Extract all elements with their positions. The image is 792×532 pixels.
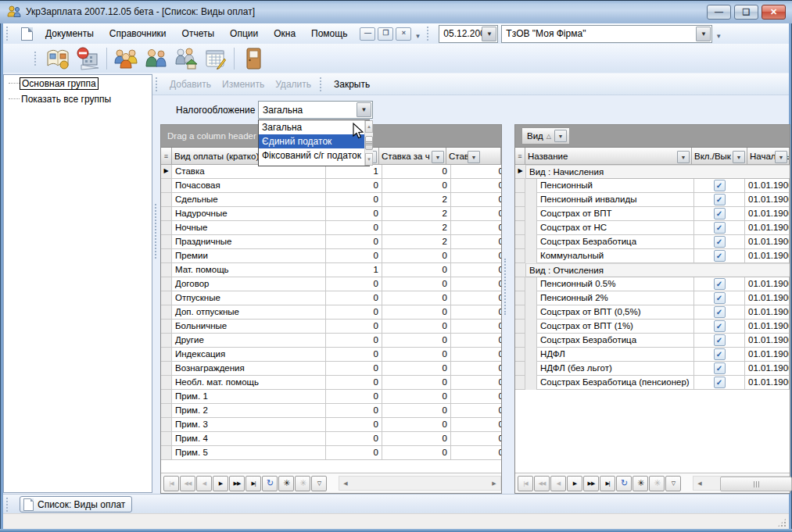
close-button[interactable]: ✕ (762, 5, 786, 20)
table-row[interactable]: Другие000 (161, 334, 501, 348)
table-row[interactable]: Отпускные000 (161, 291, 501, 305)
table-row[interactable]: Договор000 (161, 277, 501, 291)
table-row[interactable]: Необл. мат. помощь000 (161, 376, 501, 390)
scroll-left-icon[interactable]: ◀ (339, 477, 352, 490)
taskbar-window-button[interactable]: Список: Виды оплат (20, 496, 132, 512)
column-header-startdate[interactable]: Начальнь ▼ (747, 148, 790, 165)
date-dropdown-icon[interactable]: ▼ (482, 27, 496, 41)
mid-splitter[interactable] (504, 259, 511, 315)
table-row[interactable]: Доп. отпускные000 (161, 305, 501, 320)
tree-item[interactable]: Показать все группы (4, 92, 152, 106)
checkbox-checked-icon[interactable]: ✓ (714, 377, 726, 388)
menubar-drag-handle[interactable] (6, 27, 12, 41)
column-header-enabled[interactable]: Вкл./Вык ▼ (692, 148, 747, 165)
customize-grid-icon[interactable]: ≡ (515, 148, 525, 165)
table-row[interactable]: Прим. 4000 (161, 432, 501, 446)
toolbar-overflow-icon[interactable]: ▼ (414, 33, 421, 40)
checkbox-checked-icon[interactable]: ✓ (714, 236, 726, 248)
prior-page-button[interactable]: ◀◀ (180, 476, 195, 491)
table-row[interactable]: ▶Ставка100 (161, 165, 501, 179)
company-selector[interactable]: ТзОВ "Моя Фірма" ▼ (501, 25, 712, 43)
menu-item-Опции[interactable]: Опции (222, 23, 266, 44)
filter-dropdown-icon[interactable]: ▼ (733, 151, 745, 163)
append-record-button[interactable]: ✳ (295, 476, 310, 491)
filter-button[interactable]: ▽ (311, 476, 327, 491)
exit-door-icon[interactable] (238, 46, 268, 71)
prior-record-button[interactable]: ◀ (550, 476, 566, 491)
menu-item-Справочники[interactable]: Справочники (102, 23, 174, 44)
table-row[interactable]: Соцстрах Безработица✓01.01.1900 (515, 334, 790, 348)
checkbox-checked-icon[interactable]: ✓ (714, 334, 726, 346)
table-row[interactable]: Праздничные020 (161, 235, 501, 249)
menu-item-Окна[interactable]: Окна (266, 23, 303, 44)
company-dropdown-icon[interactable]: ▼ (696, 27, 711, 41)
insert-record-button[interactable]: ✳ (633, 476, 648, 491)
scroll-down-icon[interactable]: ▼ (365, 153, 373, 166)
scrollbar-track[interactable] (352, 477, 488, 490)
table-row[interactable]: Соцстрах от ВПТ (0,5%)✓01.01.1900 (515, 305, 790, 320)
checkbox-checked-icon[interactable]: ✓ (714, 362, 726, 374)
table-row[interactable]: Пенсионный 2%✓01.01.1900 (515, 291, 790, 305)
checkbox-checked-icon[interactable]: ✓ (714, 292, 726, 304)
checkbox-checked-icon[interactable]: ✓ (714, 194, 726, 205)
title-bar[interactable]: УкрЗарплата 2007.12.05 бета - [Список: В… (0, 0, 792, 23)
menu-item-Документы[interactable]: Документы (38, 23, 102, 44)
filter-dropdown-icon[interactable]: ▼ (775, 151, 787, 163)
next-page-button[interactable]: ▶▶ (229, 476, 245, 491)
two-persons-icon[interactable] (141, 46, 170, 71)
action-удалить[interactable]: Удалить (270, 79, 317, 90)
group-chip-vid[interactable]: Вид △ ▼ (521, 127, 570, 145)
table-row[interactable]: Надурочные020 (161, 207, 501, 221)
scroll-up-icon[interactable]: ▲ (365, 120, 373, 133)
checkbox-checked-icon[interactable]: ✓ (714, 306, 726, 318)
right-grid-groupby-panel[interactable]: Вид △ ▼ (515, 125, 790, 148)
filter-dropdown-icon[interactable]: ▼ (677, 151, 690, 163)
table-row[interactable]: Премии000 (161, 249, 501, 263)
checkbox-checked-icon[interactable]: ✓ (714, 208, 726, 220)
date-picker[interactable]: 05.12.2007 ▼ (439, 25, 498, 43)
actionbar-drag-handle[interactable] (156, 77, 161, 91)
toolbar-drag-handle[interactable] (34, 52, 40, 66)
datebar-drag-handle[interactable] (427, 27, 432, 41)
table-row[interactable]: Мат. помощь100 (161, 263, 501, 277)
prior-record-button[interactable]: ◀ (196, 476, 212, 491)
column-header-rate-per[interactable]: Ставка за ч ▼ (379, 148, 446, 165)
group-row[interactable]: ▶Вид : Начисления (515, 165, 790, 179)
table-row[interactable]: Соцстрах от НС✓01.01.1900 (515, 221, 790, 235)
group-row[interactable]: Вид : Отчисления (515, 263, 790, 277)
horizontal-scrollbar[interactable]: ◀▶ (693, 476, 790, 491)
table-row[interactable]: Сдельные020 (161, 193, 501, 207)
blocked-organization-icon[interactable] (73, 46, 102, 71)
prior-page-button[interactable]: ◀◀ (534, 476, 550, 491)
mdi-restore-button[interactable]: ❐ (378, 27, 393, 41)
table-row[interactable]: Почасовая000 (161, 179, 501, 193)
checkbox-checked-icon[interactable]: ✓ (714, 278, 726, 290)
filter-dropdown-icon[interactable]: ▼ (432, 151, 444, 163)
next-record-button[interactable]: ▶ (213, 476, 228, 491)
table-row[interactable]: Ночные020 (161, 221, 501, 235)
actionbar-drag-handle[interactable] (320, 77, 325, 91)
maximize-button[interactable]: ❑ (734, 5, 758, 20)
journal-icon[interactable] (43, 46, 73, 71)
first-record-button[interactable]: |◀ (518, 476, 533, 491)
checkbox-checked-icon[interactable]: ✓ (714, 348, 726, 360)
next-record-button[interactable]: ▶ (567, 476, 582, 491)
table-row[interactable]: Пенсионный 0.5%✓01.01.1900 (515, 277, 790, 291)
table-row[interactable]: Прим. 3000 (161, 418, 501, 432)
scrollbar-track[interactable] (706, 477, 776, 490)
minimize-button[interactable]: — (707, 5, 731, 20)
datebar-overflow-icon[interactable]: ▼ (715, 33, 722, 40)
close-list-button[interactable]: Закрыть (328, 79, 375, 90)
table-row[interactable]: Пенсионный инвалиды✓01.01.1900 (515, 193, 790, 207)
first-record-button[interactable]: |◀ (163, 476, 179, 491)
table-row[interactable]: НДФЛ✓01.01.1900 (515, 348, 790, 362)
person-house-icon[interactable] (170, 46, 200, 71)
filter-dropdown-icon[interactable]: ▼ (468, 151, 480, 163)
mdi-minimize-button[interactable]: — (360, 27, 375, 41)
checkbox-checked-icon[interactable]: ✓ (714, 250, 726, 262)
scroll-right-icon[interactable]: ▶ (488, 477, 500, 490)
table-row[interactable]: Соцстрах Безработица (пенсионер)✓01.01.1… (515, 376, 790, 390)
last-record-button[interactable]: ▶| (245, 476, 261, 491)
taskbar-drag-handle[interactable] (6, 498, 12, 512)
checkbox-checked-icon[interactable]: ✓ (714, 320, 726, 332)
